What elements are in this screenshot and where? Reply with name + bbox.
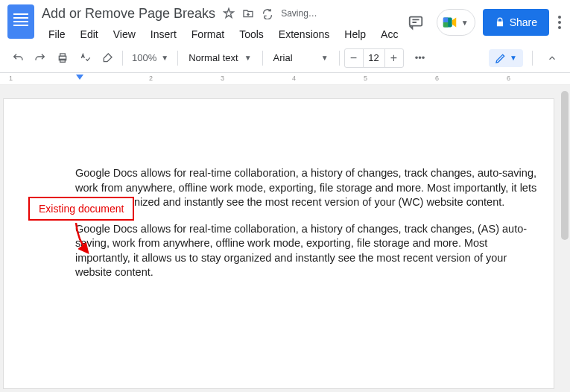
header: Add or Remove Page Breaks Saving… File E… [0,0,570,43]
svg-rect-8 [60,54,66,56]
separator [177,51,178,66]
menu-edit[interactable]: Edit [74,25,105,43]
toolbar: 100% ▼ Normal text ▼ Arial ▼ − + ••• ▼ [0,43,570,73]
pen-icon [495,52,507,64]
cloud-sync-icon[interactable] [262,7,273,19]
svg-rect-3 [443,22,448,27]
saving-status: Saving… [281,8,317,19]
print-button[interactable] [52,48,73,69]
chevron-down-icon: ▼ [461,19,469,27]
ruler-mark: 4 [292,75,296,82]
share-label: Share [510,16,537,28]
indent-marker[interactable] [76,75,83,80]
chevron-down-icon: ▼ [321,54,329,62]
separator [122,51,123,66]
share-button[interactable]: Share [483,9,549,36]
ruler-mark: 6 [435,75,439,82]
chevron-down-icon: ▼ [244,54,252,62]
ruler-mark: 6 [507,75,510,82]
ruler-mark: 1 [9,75,13,82]
menu-view[interactable]: View [107,25,142,43]
ruler-mark: 2 [149,75,153,82]
svg-rect-9 [60,59,66,62]
chevron-down-icon: ▼ [510,54,517,62]
star-icon[interactable] [223,7,235,19]
annotation-arrow-icon [73,221,95,259]
paragraph-style-select[interactable]: Normal text ▼ [183,52,257,63]
ruler-mark: 3 [221,75,224,82]
font-size-decrease-button[interactable]: − [345,49,363,67]
font-size-increase-button[interactable]: + [385,49,403,67]
move-icon[interactable] [242,7,254,19]
menu-tools[interactable]: Tools [232,25,270,43]
paint-format-button[interactable] [97,48,118,69]
header-right: ▼ Share [402,4,563,36]
vertical-scrollbar[interactable] [561,91,569,240]
more-vert-icon[interactable] [557,16,563,29]
font-value: Arial [273,52,293,63]
svg-rect-0 [409,17,422,26]
menu-extensions[interactable]: Extensions [272,25,336,43]
paragraph-2[interactable]: Google Docs allows for real-time collabo… [75,222,539,280]
menu-format[interactable]: Format [185,25,231,43]
font-size-group: − + [344,48,404,68]
lock-icon [495,17,505,28]
redo-button[interactable] [30,48,51,69]
menu-bar: File Edit View Insert Format Tools Exten… [42,25,395,43]
menu-insert[interactable]: Insert [144,25,183,43]
zoom-value: 100% [132,52,156,63]
editing-mode-button[interactable]: ▼ [489,49,523,67]
svg-rect-2 [443,18,448,22]
undo-button[interactable] [7,48,28,69]
style-value: Normal text [189,52,238,63]
separator [262,51,263,66]
docs-logo-icon[interactable] [7,4,34,39]
meet-icon [442,15,458,30]
menu-help[interactable]: Help [338,25,373,43]
annotation-label: Existing document [28,197,134,221]
svg-point-4 [558,16,561,19]
svg-point-6 [558,26,561,29]
paragraph-1[interactable]: Google Docs allows for real-time collabo… [75,166,539,210]
meet-button[interactable]: ▼ [437,9,475,36]
font-size-input[interactable] [363,49,385,67]
ruler[interactable]: 1 2 3 4 5 6 6 [0,73,570,85]
collapse-toolbar-button[interactable] [542,48,563,69]
more-tools-button[interactable]: ••• [410,48,431,69]
document-area: Existing document Google Docs allows for… [0,85,570,392]
svg-point-5 [558,21,561,24]
spellcheck-button[interactable] [75,48,95,69]
zoom-select[interactable]: 100% ▼ [127,52,173,63]
title-zone: Add or Remove Page Breaks Saving… File E… [42,4,395,43]
comments-button[interactable] [402,9,429,36]
separator [339,51,340,66]
chevron-down-icon: ▼ [161,54,168,62]
ruler-mark: 5 [364,75,367,82]
font-family-select[interactable]: Arial ▼ [267,52,335,63]
document-title[interactable]: Add or Remove Page Breaks [42,6,215,22]
separator [532,51,533,66]
menu-accessibility[interactable]: Acc [374,25,405,43]
menu-file[interactable]: File [42,25,72,43]
